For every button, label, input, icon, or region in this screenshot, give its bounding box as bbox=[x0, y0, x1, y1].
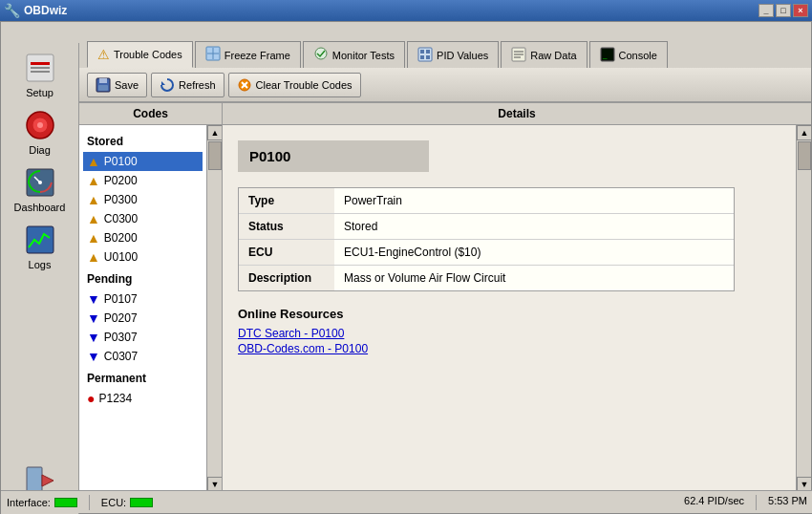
save-icon bbox=[96, 77, 111, 93]
sidebar-item-diag[interactable]: Diag bbox=[6, 104, 75, 160]
raw-data-tab-icon bbox=[511, 47, 526, 64]
list-item[interactable]: ▼ P0307 bbox=[83, 328, 203, 347]
ecu-led bbox=[130, 498, 153, 507]
tab-raw-data[interactable]: Raw Data bbox=[501, 41, 587, 68]
clear-trouble-codes-button[interactable]: Clear Trouble Codes bbox=[228, 73, 361, 97]
list-item[interactable]: ▼ P0207 bbox=[83, 309, 203, 328]
scroll-up-arrow[interactable]: ▲ bbox=[207, 125, 222, 140]
warning-icon: ▲ bbox=[87, 173, 100, 188]
svg-point-15 bbox=[315, 48, 327, 59]
list-item[interactable]: ▼ C0307 bbox=[83, 347, 203, 366]
warning-icon: ▲ bbox=[87, 192, 100, 207]
field-value: PowerTrain bbox=[334, 188, 734, 214]
svg-rect-2 bbox=[31, 67, 50, 69]
list-item[interactable]: ▲ B0200 bbox=[83, 228, 203, 247]
code-label: P0307 bbox=[104, 331, 138, 344]
warning-icon: ▲ bbox=[87, 211, 100, 226]
tab-monitor-tests[interactable]: Monitor Tests bbox=[303, 41, 405, 68]
code-label: C0307 bbox=[104, 350, 138, 363]
close-button[interactable]: × bbox=[793, 4, 808, 17]
code-label: P0100 bbox=[104, 155, 138, 168]
online-resources-title: Online Resources bbox=[238, 307, 780, 321]
pid-values-tab-label: PID Values bbox=[437, 50, 488, 61]
tab-trouble-codes[interactable]: ⚠ Trouble Codes bbox=[87, 41, 193, 68]
code-label: P0207 bbox=[104, 311, 138, 325]
permanent-icon: ● bbox=[87, 391, 95, 406]
online-resources: Online Resources DTC Search - P0100 OBD-… bbox=[238, 307, 780, 355]
tab-freeze-frame[interactable]: Freeze Frame bbox=[195, 41, 301, 68]
console-tab-label: Console bbox=[619, 50, 657, 61]
window-controls: _ □ × bbox=[759, 4, 808, 17]
setup-label: Setup bbox=[26, 87, 53, 98]
pending-icon: ▼ bbox=[87, 349, 100, 364]
svg-rect-29 bbox=[99, 78, 107, 83]
list-item[interactable]: ▼ P0107 bbox=[83, 289, 203, 309]
code-label: P0300 bbox=[104, 193, 138, 206]
title-bar: 🔧 OBDwiz bbox=[4, 3, 67, 18]
field-label: Description bbox=[239, 266, 334, 291]
details-scroll-up[interactable]: ▲ bbox=[797, 125, 811, 140]
svg-rect-3 bbox=[31, 71, 50, 73]
svg-text:_: _ bbox=[602, 51, 608, 59]
save-button[interactable]: Save bbox=[87, 73, 147, 97]
code-label: P1234 bbox=[98, 392, 132, 405]
freeze-frame-tab-label: Freeze Frame bbox=[224, 50, 290, 61]
svg-marker-31 bbox=[161, 81, 165, 85]
table-row: Type PowerTrain bbox=[239, 188, 734, 214]
permanent-section-title: Permanent bbox=[83, 372, 203, 385]
svg-rect-17 bbox=[420, 50, 424, 54]
dtc-search-link[interactable]: DTC Search - P0100 bbox=[238, 327, 780, 340]
sidebar-item-dashboard[interactable]: Dashboard bbox=[6, 161, 75, 217]
list-item[interactable]: ▲ P0300 bbox=[83, 190, 203, 209]
details-scrollbar[interactable]: ▲ ▼ bbox=[796, 125, 811, 492]
minimize-button[interactable]: _ bbox=[759, 4, 774, 17]
stored-section-title: Stored bbox=[83, 135, 203, 148]
details-scroll-thumb[interactable] bbox=[798, 141, 811, 170]
interface-led bbox=[54, 498, 77, 507]
sidebar-item-logs[interactable]: Logs bbox=[6, 219, 75, 274]
monitor-tests-tab-label: Monitor Tests bbox=[332, 50, 395, 61]
ecu-status: ECU: bbox=[101, 497, 153, 508]
pid-rate: 62.4 PID/sec bbox=[684, 495, 744, 510]
warning-icon: ▲ bbox=[87, 154, 100, 169]
code-label: C0300 bbox=[104, 212, 138, 225]
list-item[interactable]: ▲ U0100 bbox=[83, 247, 203, 267]
list-item[interactable]: ▲ P0200 bbox=[83, 171, 203, 190]
refresh-icon bbox=[160, 77, 175, 93]
time-display: 5:53 PM bbox=[768, 495, 807, 510]
warning-icon: ▲ bbox=[87, 230, 100, 246]
dashboard-icon bbox=[23, 165, 57, 200]
sidebar: Setup Diag Dashb bbox=[1, 43, 79, 514]
svg-rect-30 bbox=[98, 85, 108, 91]
setup-icon bbox=[23, 51, 57, 85]
trouble-codes-tab-label: Trouble Codes bbox=[114, 49, 182, 60]
tab-console[interactable]: _ Console bbox=[589, 41, 668, 68]
pending-section-title: Pending bbox=[83, 272, 203, 286]
selected-code-title: P0100 bbox=[238, 140, 429, 172]
raw-data-tab-label: Raw Data bbox=[530, 50, 576, 61]
svg-rect-20 bbox=[426, 55, 430, 59]
logs-label: Logs bbox=[29, 259, 52, 270]
freeze-frame-tab-icon bbox=[205, 46, 221, 64]
code-label: B0200 bbox=[104, 231, 138, 245]
maximize-button[interactable]: □ bbox=[776, 4, 791, 17]
svg-rect-18 bbox=[426, 50, 430, 54]
list-item[interactable]: ▲ P0100 bbox=[83, 152, 203, 171]
tab-pid-values[interactable]: PID Values bbox=[407, 41, 499, 68]
field-label: Status bbox=[239, 214, 334, 240]
obd-codes-link[interactable]: OBD-Codes.com - P0100 bbox=[238, 342, 780, 355]
list-item[interactable]: ▲ C0300 bbox=[83, 209, 203, 228]
content-area: Codes Stored ▲ P0100 ▲ P0200 ▲ P0300 bbox=[79, 102, 811, 492]
monitor-tests-tab-icon bbox=[313, 46, 329, 64]
codes-header: Codes bbox=[79, 103, 222, 125]
clear-icon bbox=[237, 77, 252, 93]
field-value: Stored bbox=[334, 214, 734, 240]
codes-scrollbar[interactable]: ▲ ▼ bbox=[206, 125, 222, 492]
warning-icon: ▲ bbox=[87, 249, 100, 265]
code-label: P0107 bbox=[104, 292, 138, 306]
svg-point-9 bbox=[38, 181, 42, 184]
sidebar-item-setup[interactable]: Setup bbox=[6, 47, 75, 102]
list-item[interactable]: ● P1234 bbox=[83, 389, 203, 408]
refresh-button[interactable]: Refresh bbox=[151, 73, 224, 97]
scroll-thumb[interactable] bbox=[208, 141, 222, 170]
